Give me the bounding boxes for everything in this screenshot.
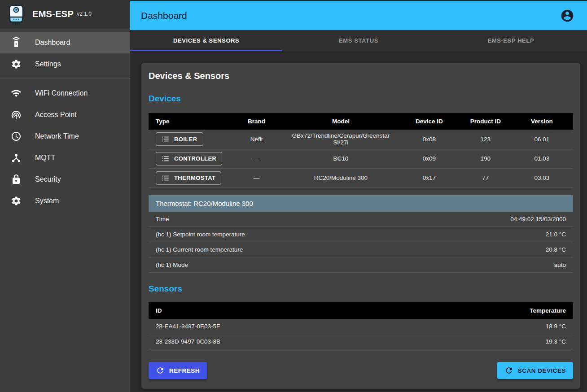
sensor-id: 28-EA41-9497-0E03-5F [149,319,407,334]
sidebar-nav: Dashboard Settings WiFi Connection Acc [0,28,130,212]
device-type-label: THERMOSTAT [174,174,215,181]
sidebar-item-label: WiFi Connection [35,89,88,97]
devices-table-header-row: Type Brand Model Device ID Product ID Ve… [149,113,573,130]
detail-row: (hc 1) Current room temperature 20.8 °C [149,242,573,257]
refresh-button-label: REFRESH [169,367,200,374]
sidebar-item-security[interactable]: Security [0,169,130,190]
refresh-button[interactable]: REFRESH [149,362,207,379]
gear-icon [11,196,22,206]
refresh-icon [156,366,165,375]
device-product-id: 77 [460,168,511,187]
device-row-controller: CONTROLLER — BC10 0x09 190 01.03 [149,149,573,168]
detail-row: Time 04:49:02 15/03/2000 [149,212,573,227]
device-brand: — [229,149,284,168]
device-row-boiler: BOILER Nefit GBx72/Trendline/Cerapur/Gre… [149,130,573,149]
tab-bar: DEVICES & SENSORS EMS STATUS EMS-ESP HEL… [130,30,587,51]
device-type-button[interactable]: CONTROLLER [156,152,222,166]
device-model: BC10 [284,149,398,168]
detail-label: Time [156,216,169,222]
gear-icon [11,59,22,70]
detail-label: (hc 1) Current room temperature [156,246,243,253]
device-version: 01.03 [511,149,573,168]
column-header-product-id: Product ID [460,113,511,130]
sidebar-item-system[interactable]: System [0,190,130,212]
scan-devices-button[interactable]: SCAN DEVICES [497,362,573,379]
sensor-row: 28-233D-9497-0C03-8B 19.3 °C [149,334,573,349]
sidebar-item-label: Dashboard [35,39,70,47]
column-header-device-id: Device ID [398,113,460,130]
sensors-heading: Sensors [149,283,573,294]
tab-ems-status[interactable]: EMS STATUS [282,30,434,51]
sidebar-item-access-point[interactable]: Access Point [0,104,130,126]
device-id: 0x09 [398,149,460,168]
column-header-type: Type [149,113,229,130]
appbar: Dashboard [130,0,587,30]
detail-label: (hc 1) Mode [156,261,188,268]
device-hub-icon [11,152,22,163]
column-header-brand: Brand [229,113,284,130]
device-row-thermostat: THERMOSTAT — RC20/Moduline 300 0x17 77 0… [149,168,573,187]
page-title: Dashboard [141,10,558,21]
column-header-id: ID [149,302,407,319]
sensors-table-header-row: ID Temperature [149,302,573,319]
tab-devices-sensors[interactable]: DEVICES & SENSORS [130,30,282,51]
list-icon [162,174,170,182]
device-model: RC20/Moduline 300 [284,168,398,187]
column-header-model: Model [284,113,398,130]
devices-table: Type Brand Model Device ID Product ID Ve… [149,113,573,188]
detail-label: (hc 1) Setpoint room temperature [156,231,245,238]
sidebar-item-settings[interactable]: Settings [0,53,130,75]
device-id: 0x17 [398,168,460,187]
sidebar-header: EMS-ESP v2.1.0 [0,0,130,28]
sidebar-item-dashboard[interactable]: Dashboard [0,32,130,53]
sensor-row: 28-EA41-9497-0E03-5F 18.9 °C [149,319,573,334]
device-type-button[interactable]: THERMOSTAT [156,171,221,185]
sidebar-item-label: System [35,197,59,205]
boiler-logo-icon [6,4,26,26]
sidebar-item-label: Security [35,175,61,183]
devices-heading: Devices [149,93,573,104]
refresh-icon [504,366,513,375]
tab-ems-esp-help[interactable]: EMS-ESP HELP [435,30,587,51]
sidebar-item-network-time[interactable]: Network Time [0,126,130,147]
sensor-temperature: 18.9 °C [407,319,573,334]
device-detail-header: Thermostat: RC20/Moduline 300 [149,195,573,212]
device-product-id: 190 [460,149,511,168]
sidebar-item-label: Settings [35,60,61,68]
sensor-id: 28-233D-9497-0C03-8B [149,334,407,349]
column-header-version: Version [511,113,573,130]
sidebar-item-wifi-connection[interactable]: WiFi Connection [0,83,130,104]
sidebar-item-label: Network Time [35,132,79,140]
sidebar-item-mqtt[interactable]: MQTT [0,147,130,169]
settings-remote-icon [11,37,22,48]
column-header-temperature: Temperature [407,302,573,319]
sidebar-item-label: MQTT [35,154,55,162]
detail-value: auto [554,261,566,268]
card-actions: REFRESH SCAN DEVICES [149,362,573,379]
list-icon [162,155,170,163]
wifi-icon [11,88,22,99]
device-version: 03.03 [511,168,573,187]
account-button[interactable] [558,7,576,25]
device-brand: Nefit [229,130,284,149]
detail-row: (hc 1) Setpoint room temperature 21.0 °C [149,227,573,242]
sidebar-item-label: Access Point [35,111,76,119]
app-version: v2.1.0 [77,11,92,17]
detail-value: 20.8 °C [546,246,566,253]
device-id: 0x08 [398,130,460,149]
detail-value: 21.0 °C [546,231,566,238]
sidebar-divider [0,78,130,79]
sensor-temperature: 19.3 °C [407,334,573,349]
device-type-label: CONTROLLER [174,155,216,162]
main-area: Dashboard DEVICES & SENSORS EMS STATUS E… [130,0,587,392]
active-tab-indicator [130,50,282,51]
device-product-id: 123 [460,130,511,149]
detail-row: (hc 1) Mode auto [149,257,573,273]
card-title: Devices & Sensors [149,70,573,82]
device-model: GBx72/Trendline/Cerapur/Greenstar Si/27i [284,130,398,149]
device-version: 06.01 [511,130,573,149]
devices-sensors-card: Devices & Sensors Devices Type Brand Mod… [141,63,580,389]
sidebar: EMS-ESP v2.1.0 Dashboard Settings [0,0,130,392]
account-circle-icon [560,9,574,23]
device-type-button[interactable]: BOILER [156,132,203,146]
